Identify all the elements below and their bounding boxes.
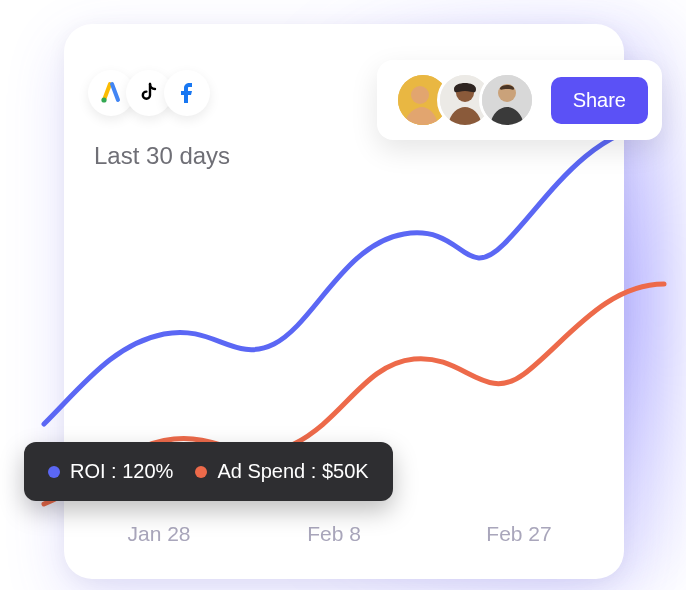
svg-point-2 xyxy=(411,86,429,104)
avatar xyxy=(479,72,535,128)
platform-icon-row xyxy=(88,70,202,116)
facebook-icon xyxy=(164,70,210,116)
x-axis: Jan 28 Feb 8 Feb 27 xyxy=(64,522,624,552)
analytics-card: Last 30 days Share Jan 28 Feb 8 Feb 27 xyxy=(64,24,624,579)
legend-roi-label: ROI : 120% xyxy=(70,460,173,483)
x-tick: Jan 28 xyxy=(127,522,190,546)
x-tick: Feb 27 xyxy=(486,522,551,546)
legend-ad-spend: Ad Spend : $50K xyxy=(195,460,368,483)
chart-legend: ROI : 120% Ad Spend : $50K xyxy=(24,442,393,501)
roi-line xyxy=(44,124,654,424)
legend-roi: ROI : 120% xyxy=(48,460,173,483)
roi-dot-icon xyxy=(48,466,60,478)
legend-ad-spend-label: Ad Spend : $50K xyxy=(217,460,368,483)
svg-point-0 xyxy=(101,97,106,102)
share-button[interactable]: Share xyxy=(551,77,648,124)
share-panel: Share xyxy=(377,60,662,140)
x-tick: Feb 8 xyxy=(307,522,361,546)
collaborator-avatars xyxy=(395,72,535,128)
ad-spend-dot-icon xyxy=(195,466,207,478)
